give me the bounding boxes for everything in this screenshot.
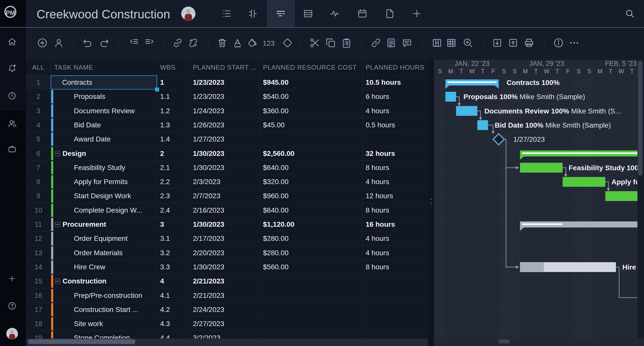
svg-text:W: W [469,68,475,75]
svg-text:S: S [502,68,506,75]
svg-text:T: T [460,68,463,75]
svg-text:M: M [448,68,453,75]
svg-text:FEB, 5 '23: FEB, 5 '23 [605,60,636,67]
svg-text:T: T [555,68,559,75]
svg-text:T: T [609,68,612,75]
svg-text:Documents Review 100% Mike S: Documents Review 100% Mike Smith (S... [484,107,621,115]
svg-text:Contracts 100%: Contracts 100% [507,79,560,86]
svg-text:1/27/2023: 1/27/2023 [513,135,545,143]
svg-text:T: T [630,68,634,75]
svg-text:Bid Date 100% Mike Smith (Sa: Bid Date 100% Mike Smith (Sample) [495,121,611,129]
svg-text:JAN, 22 '23: JAN, 22 '23 [455,60,490,67]
svg-text:Feasibility Study 100%: Feasibility Study 100% [569,164,644,171]
svg-text:Proposals 100% Mike Smith (S: Proposals 100% Mike Smith (Sample) [463,93,585,101]
svg-text:S: S [587,68,591,75]
svg-text:W: W [619,68,624,75]
svg-text:M: M [598,68,602,75]
svg-text:JAN, 29 '23: JAN, 29 '23 [529,60,564,67]
svg-text:T: T [534,68,538,75]
svg-text:W: W [544,68,549,75]
svg-text:S: S [577,68,580,75]
svg-text:F: F [566,68,570,75]
svg-text:M: M [523,68,528,75]
svg-text:S: S [438,68,442,75]
svg-text:F: F [491,68,495,75]
svg-text:S: S [513,68,516,75]
svg-text:T: T [481,68,484,75]
